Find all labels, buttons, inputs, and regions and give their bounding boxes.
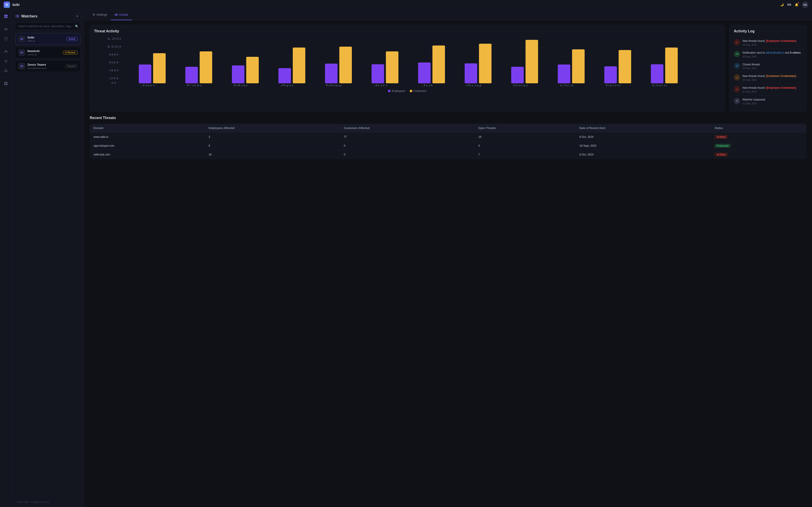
log-icon-5: ⚠ bbox=[734, 86, 740, 92]
watcher-item-selki[interactable]: Selki selki.io Active bbox=[15, 33, 81, 45]
cell-employees-2: 6 bbox=[205, 141, 340, 150]
svg-rect-57 bbox=[293, 48, 305, 83]
svg-point-27 bbox=[21, 39, 22, 39]
svg-rect-33 bbox=[115, 14, 116, 16]
watcher-domain-nominai: nomin.ai bbox=[28, 53, 61, 56]
log-bold-2: 5 others bbox=[790, 51, 801, 54]
tab-settings[interactable]: ⚙ Settings bbox=[89, 9, 111, 20]
table-row: selki.buk.com 16 0 7 6 Oct, 2024 At Risk bbox=[90, 150, 807, 159]
watcher-status-badge: Active bbox=[67, 37, 78, 41]
table-row: www.selki.io 2 77 16 8 Oct, 2024 At Risk bbox=[90, 132, 807, 141]
log-item-6: ⏸ Watcher unpaused 21 Sept, 2024 bbox=[734, 96, 802, 107]
watcher-search-input[interactable] bbox=[15, 23, 81, 30]
sidebar-divider-2 bbox=[3, 45, 9, 45]
svg-rect-3 bbox=[4, 16, 6, 18]
table-header-row: Domain Employees Affected Customers Affe… bbox=[90, 124, 807, 132]
log-text-3: Closed threats bbox=[743, 63, 760, 66]
cell-date-2: 18 Sept, 2024 bbox=[576, 141, 711, 150]
svg-rect-55 bbox=[246, 57, 259, 83]
svg-point-13 bbox=[7, 61, 7, 62]
col-domain: Domain bbox=[90, 124, 205, 132]
app-logo bbox=[4, 2, 10, 8]
log-date-3: 26 Sept, 2024 bbox=[743, 67, 760, 69]
svg-rect-58 bbox=[325, 64, 337, 83]
watcher-badge-zenco: Paused bbox=[65, 64, 78, 68]
svg-text:May: May bbox=[325, 84, 343, 87]
log-content-2: Notification sent to admin@selki.io and … bbox=[743, 51, 801, 58]
language-selector[interactable]: EN bbox=[787, 3, 791, 6]
svg-text:40: 40 bbox=[109, 69, 119, 72]
status-badge-risk-3: At Risk bbox=[715, 153, 728, 157]
log-text-1: New threats found: [Employee Credentials… bbox=[743, 39, 796, 43]
threat-activity-title: Threat Activity bbox=[94, 29, 721, 33]
svg-rect-56 bbox=[278, 68, 291, 83]
log-content-5: New threats found: [Employee Credentials… bbox=[743, 86, 796, 93]
col-employees-affected: Employees Affected bbox=[205, 124, 340, 132]
watcher-info: Selki selki.io bbox=[28, 36, 64, 42]
legend-label-employees: Employees bbox=[392, 90, 405, 93]
notification-bell[interactable]: 🔔 bbox=[794, 2, 799, 7]
svg-point-31 bbox=[21, 66, 22, 66]
log-highlight-5: [Employee Credentials] bbox=[766, 86, 796, 90]
avatar[interactable]: NA bbox=[802, 2, 808, 8]
cell-status-3: At Risk bbox=[711, 150, 806, 159]
activity-tab-label: Activity bbox=[119, 13, 128, 16]
cell-status-1: At Risk bbox=[711, 132, 806, 141]
svg-rect-53 bbox=[200, 51, 212, 83]
svg-point-6 bbox=[5, 29, 6, 30]
sidebar-item-users[interactable] bbox=[2, 48, 10, 56]
watcher-item-nominai[interactable]: NominAI nomin.ai In Review bbox=[15, 47, 81, 58]
cell-open-threats-3: 7 bbox=[475, 150, 576, 159]
log-icon-2: ✉ bbox=[734, 51, 740, 57]
panel-footer: © 2024, Selki - All rights reserved. bbox=[15, 497, 81, 503]
svg-point-10 bbox=[5, 60, 6, 60]
legend-dot-employees bbox=[388, 90, 390, 92]
bar-chart: 120 100 80 60 40 20 0 bbox=[94, 37, 721, 87]
svg-rect-61 bbox=[386, 51, 398, 83]
watcher-domain: selki.io bbox=[28, 40, 64, 42]
sidebar-item-integrations[interactable] bbox=[2, 57, 10, 65]
left-panel: Watchers + 🔍 Selki selki.io Active Nomin… bbox=[12, 9, 84, 507]
sidebar-item-settings-bottom[interactable] bbox=[2, 79, 10, 88]
svg-text:20: 20 bbox=[109, 77, 119, 80]
dark-mode-icon[interactable]: 🌙 bbox=[779, 2, 784, 7]
col-open-threats: Open Threats bbox=[475, 124, 576, 132]
watcher-domain-zenco: zencoteams.com bbox=[28, 67, 63, 69]
log-icon-1: ⚠ bbox=[734, 39, 740, 46]
svg-text:Aug: Aug bbox=[466, 84, 481, 87]
svg-text:120: 120 bbox=[106, 38, 121, 40]
sidebar-item-home[interactable] bbox=[2, 12, 10, 20]
log-date-1: 29 Sept, 2024 bbox=[743, 44, 796, 46]
cell-customers-3: 0 bbox=[340, 150, 475, 159]
watcher-name-nominai: NominAI bbox=[28, 49, 61, 53]
svg-rect-21 bbox=[6, 82, 7, 83]
sidebar-item-alerts[interactable] bbox=[2, 66, 10, 75]
svg-text:Nov: Nov bbox=[605, 84, 621, 87]
watchers-title: Watchers bbox=[21, 14, 37, 18]
tab-activity[interactable]: Activity bbox=[111, 9, 132, 20]
watcher-item-zenco[interactable]: Zenco Teams zencoteams.com Paused bbox=[15, 60, 81, 72]
topnav: Selki 🌙 EN 🔔 NA bbox=[0, 0, 812, 9]
log-link-2: admin@selki.io bbox=[766, 51, 784, 54]
svg-rect-22 bbox=[4, 84, 6, 85]
sidebar-item-watchers[interactable] bbox=[2, 25, 10, 33]
svg-rect-64 bbox=[465, 63, 477, 83]
svg-point-12 bbox=[4, 61, 5, 62]
table-row: app.hubspot.com 6 0 0 18 Sept, 2024 Prot… bbox=[90, 141, 807, 150]
cell-status-2: Protected bbox=[711, 141, 806, 150]
main-grid: Threat Activity 120 100 80 60 40 20 0 bbox=[84, 20, 812, 164]
watcher-info-nominai: NominAI nomin.ai bbox=[28, 49, 61, 56]
legend-dot-customers bbox=[410, 90, 412, 92]
notification-dot bbox=[798, 2, 799, 4]
app-body: Watchers + 🔍 Selki selki.io Active Nomin… bbox=[0, 9, 812, 507]
sidebar-item-shield[interactable] bbox=[2, 35, 10, 43]
svg-rect-52 bbox=[185, 67, 198, 83]
activity-tab-icon bbox=[114, 13, 117, 16]
legend-label-customers: Customers bbox=[413, 90, 426, 93]
watchers-icon bbox=[15, 14, 19, 19]
log-content-3: Closed threats 26 Sept, 2024 bbox=[743, 63, 760, 70]
panel-header: Watchers + bbox=[15, 13, 81, 19]
add-watcher-button[interactable]: + bbox=[74, 13, 81, 19]
log-date-4: 22 Sept, 2024 bbox=[743, 79, 796, 81]
svg-point-8 bbox=[6, 51, 7, 51]
